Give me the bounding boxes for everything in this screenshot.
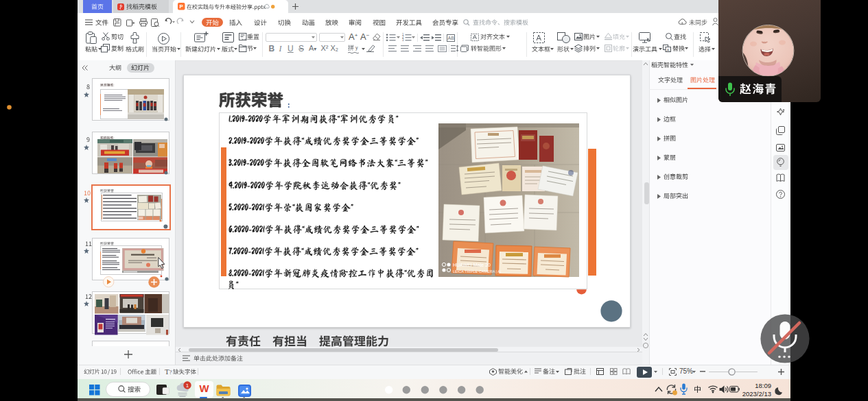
svg-text:y: y: [355, 45, 358, 51]
svg-text:1: 1: [185, 382, 189, 388]
svg-text:A: A: [667, 47, 670, 51]
svg-text:P: P: [179, 3, 183, 10]
svg-text:HUAWEI Mate 20: HUAWEI Mate 20: [453, 263, 491, 267]
svg-text:LEICA TRIPLE CAMERA | AI: LEICA TRIPLE CAMERA | AI: [453, 269, 502, 274]
svg-text:AB: AB: [447, 36, 454, 40]
